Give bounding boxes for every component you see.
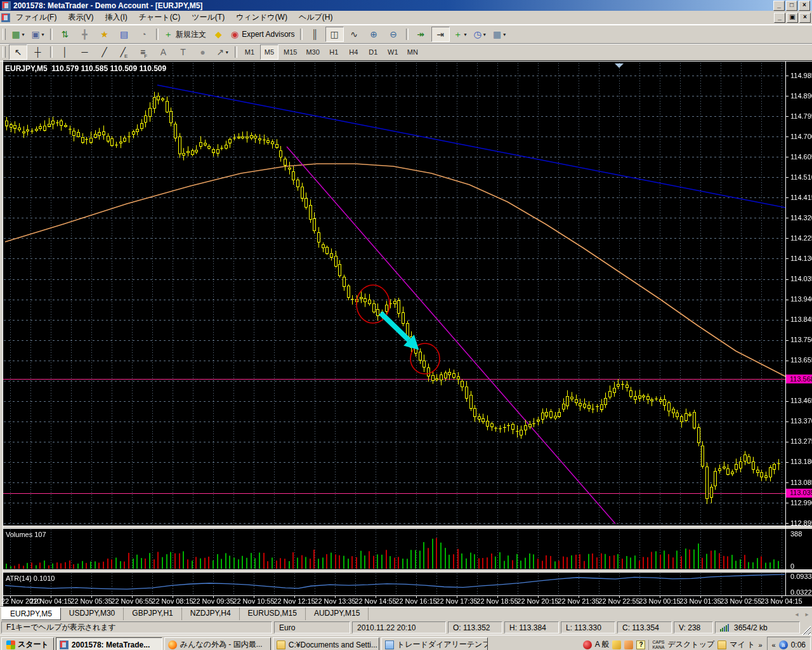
status-connection: 3654/2 kb [715, 621, 800, 633]
minimize-button[interactable]: _ [773, 1, 785, 11]
menu-tools[interactable]: ツール(T) [186, 11, 230, 24]
line-chart-icon: ∿ [350, 30, 358, 39]
menu-help[interactable]: ヘルプ(H) [293, 11, 339, 24]
menu-file[interactable]: ファイル(F) [10, 11, 62, 24]
ime-input-mode[interactable]: A 般 [595, 639, 610, 650]
timeframe-h1-button[interactable]: H1 [325, 44, 343, 60]
task-browser[interactable]: みんなの外為 - 国内最... [164, 637, 271, 650]
ime-status-icon[interactable] [583, 640, 592, 649]
vertical-line-button[interactable]: │ [56, 44, 74, 60]
tab-eurjpy-m5[interactable]: EURJPY,M5 [1, 607, 61, 620]
app-icon [2, 1, 11, 10]
toolbar-grip[interactable] [3, 29, 6, 40]
task-metatrader[interactable]: 2001578: MetaTrade... [56, 637, 162, 650]
timeframe-h4-button[interactable]: H4 [344, 44, 363, 60]
child-window-icon[interactable] [1, 13, 10, 22]
tray-app-icon[interactable]: a [779, 640, 788, 649]
cursor-button[interactable]: ↖ [9, 44, 27, 60]
tab-nzdjpy-h4[interactable]: NZDJPY,H4 [182, 607, 240, 620]
terminal-button[interactable]: ▤ [115, 27, 133, 42]
zoom-out-button[interactable]: ⊖ [384, 27, 403, 42]
tab-eurusd-m15[interactable]: EURUSD,M15 [240, 607, 306, 620]
metaeditor-icon: ◆ [215, 30, 222, 39]
new-chart-button[interactable]: ▦▾ [9, 27, 27, 42]
ime-help-icon[interactable]: ? [636, 640, 645, 649]
ime-pad-icon[interactable] [612, 640, 621, 649]
menu-charts[interactable]: チャート(C) [133, 11, 187, 24]
expert-advisors-button[interactable]: ◉Expert Advisors [229, 27, 297, 42]
data-window-icon: ╋ [82, 30, 87, 39]
tab-usdjpy-m30[interactable]: USDJPY,M30 [61, 607, 124, 620]
timeframe-m5-button[interactable]: M5 [260, 44, 278, 60]
chart-canvas[interactable] [0, 60, 812, 606]
tab-gbpjpy-h1[interactable]: GBPJPY,H1 [124, 607, 181, 620]
menu-window[interactable]: ウィンドウ(W) [230, 11, 293, 24]
desktop-toolbar-label[interactable]: デスクトップ [668, 639, 715, 650]
profiles-button[interactable]: ▣▾ [29, 27, 47, 42]
text-button[interactable]: A [154, 44, 173, 60]
candlestick-chart-button[interactable]: ◫ [325, 27, 344, 42]
data-window-button[interactable]: ╋ [75, 27, 94, 42]
standard-toolbar: ▦▾▣▾⇅╋★▤◔＋新規注文◆◉Expert Advisors║◫∿⊕⊖↠⇥＋▾… [0, 25, 812, 43]
trendline-button[interactable]: ╱ [95, 44, 114, 60]
task-buttons: 2001578: MetaTrade...みんなの外為 - 国内最...C:¥D… [56, 637, 488, 650]
profiles-icon: ▣ [31, 30, 39, 39]
task-browser-label: みんなの外為 - 国内最... [180, 639, 263, 650]
timeframe-w1-button[interactable]: W1 [384, 44, 402, 60]
toolbar-separator [406, 29, 409, 40]
equidistant-channel-button[interactable]: ╱E [115, 44, 133, 60]
tab-audjpy-m15[interactable]: AUDJPY,M15 [306, 607, 369, 620]
expert-advisors-label: Expert Advisors [242, 30, 294, 39]
periods-button[interactable]: ◷▾ [471, 27, 489, 42]
line-chart-button[interactable]: ∿ [345, 27, 363, 42]
chart-shift-button[interactable]: ⇥ [431, 27, 450, 42]
arrows-icon: ↗ [216, 48, 224, 56]
ime-tools-icon[interactable] [624, 640, 633, 649]
timeframe-m30-label: M30 [304, 48, 321, 56]
status-close: C: 113.354 [617, 621, 672, 633]
auto-scroll-icon: ↠ [417, 30, 424, 39]
bar-chart-button[interactable]: ║ [306, 27, 324, 42]
horizontal-line-button[interactable]: ─ [75, 44, 94, 60]
task-explorer[interactable]: C:¥Documents and Setti... [273, 637, 379, 650]
dropdown-arrow-icon: ▾ [226, 50, 228, 55]
toolbar-grip[interactable] [3, 46, 6, 58]
metaeditor-button[interactable]: ◆ [209, 27, 228, 42]
timeframe-m30-button[interactable]: M30 [302, 44, 323, 60]
market-watch-button[interactable]: ⇅ [56, 27, 74, 42]
indicators-button[interactable]: ＋▾ [451, 27, 469, 42]
tabs-scroll-right-icon[interactable]: ▸ [802, 611, 812, 618]
resize-grip[interactable] [802, 626, 811, 635]
text-label-button[interactable]: T [174, 44, 192, 60]
tabs-scroll-left-icon[interactable]: ◂ [792, 611, 802, 618]
fibonacci-button[interactable]: ≡F [134, 44, 153, 60]
maximize-button[interactable]: □ [786, 1, 797, 11]
timeframe-mn-button[interactable]: MN [403, 44, 422, 60]
start-button[interactable]: スタート [1, 637, 54, 650]
timeframe-m15-button[interactable]: M15 [280, 44, 301, 60]
close-button[interactable]: × [799, 1, 810, 11]
child-restore-button[interactable]: ▣ [787, 13, 798, 23]
status-volume: V: 238 [674, 621, 713, 633]
timeframe-m1-button[interactable]: M1 [240, 44, 259, 60]
crosshair-button[interactable]: ┼ [29, 44, 47, 60]
strategy-tester-button[interactable]: ◔ [134, 27, 153, 42]
auto-scroll-button[interactable]: ↠ [412, 27, 430, 42]
templates-button[interactable]: ▦▾ [490, 27, 509, 42]
navigator-button[interactable]: ★ [95, 27, 114, 42]
timeframe-d1-button[interactable]: D1 [364, 44, 383, 60]
my-folder-label[interactable]: マイ ト [730, 639, 755, 650]
toolbar-chevron-icon[interactable]: » [758, 641, 762, 649]
task-template[interactable]: トレードダイアリーテンプレー... [381, 637, 488, 650]
new-order-button[interactable]: ＋新規注文 [162, 27, 208, 42]
menu-view[interactable]: 表示(V) [62, 11, 99, 24]
horizontal-line-icon: ─ [82, 48, 88, 56]
menu-insert[interactable]: 挿入(I) [99, 11, 133, 24]
arrows-button[interactable]: ↗▾ [213, 44, 232, 60]
zoom-in-button[interactable]: ⊕ [365, 27, 383, 42]
child-minimize-button[interactable]: _ [774, 13, 785, 23]
child-close-button[interactable]: × [799, 13, 811, 23]
my-documents-icon[interactable] [717, 640, 726, 649]
tray-chevron-icon[interactable]: « [772, 641, 776, 649]
ellipse-button[interactable]: ● [193, 44, 212, 60]
